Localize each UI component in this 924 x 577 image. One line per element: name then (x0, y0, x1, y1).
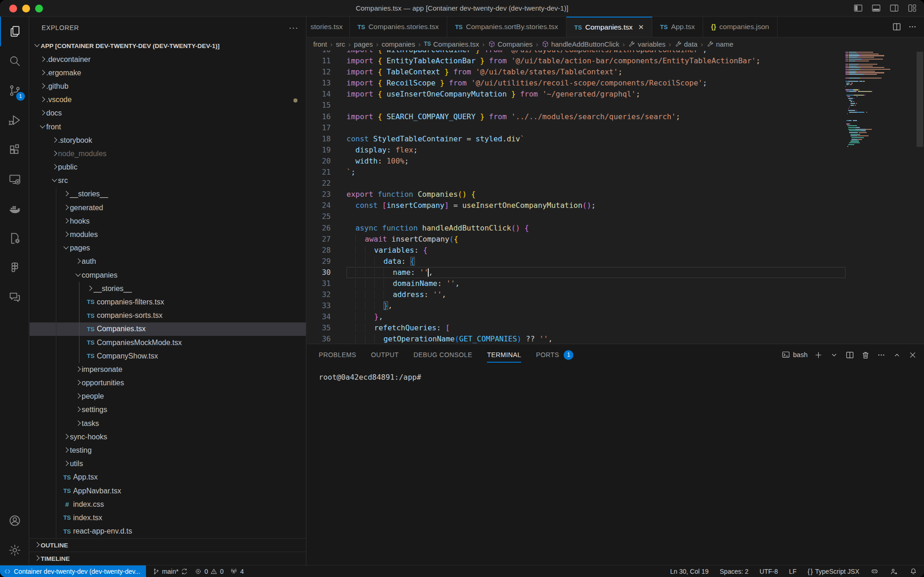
bell-status[interactable] (909, 567, 918, 576)
activity-item-comments[interactable] (0, 283, 29, 312)
breadcrumb-item-front[interactable]: front (313, 40, 327, 48)
breadcrumb-item-pages[interactable]: pages (354, 40, 373, 48)
panel-tab-debug-console[interactable]: DEBUG CONSOLE (413, 344, 472, 365)
activity-item-files[interactable] (0, 17, 29, 46)
sidebar-section-timeline[interactable]: TIMELINE (30, 552, 306, 565)
code-line-28[interactable]: 28 variables: { (307, 245, 924, 256)
code-line-22[interactable]: 22 (307, 178, 924, 189)
tree-folder-.storybook[interactable]: .storybook (30, 134, 306, 147)
breadcrumb-item-Companies.tsx[interactable]: TSCompanies.tsx (424, 40, 479, 48)
tree-folder-pages[interactable]: pages (30, 242, 306, 255)
shell-selector[interactable]: bash (781, 350, 808, 359)
tab-Companies.sortBy.stories.tsx[interactable]: TSCompanies.sortBy.stories.tsx (447, 17, 566, 37)
breadcrumb-item-data[interactable]: data (675, 40, 698, 48)
tree-file-CompaniesMockMode.tsx[interactable]: TSCompaniesMockMode.tsx (30, 336, 306, 349)
activity-item-docker[interactable] (0, 194, 29, 224)
code-line-31[interactable]: 31 domainName: '', (307, 278, 924, 289)
code-line-21[interactable]: 21`; (307, 167, 924, 178)
toggle-sidebar-button[interactable] (853, 3, 863, 13)
tree-folder-people[interactable]: people (30, 390, 306, 403)
tree-folder-generated[interactable]: generated (30, 201, 306, 214)
code-line-27[interactable]: 27 await insertCompany({ (307, 234, 924, 245)
workspace-section-header[interactable]: APP [CONTAINER DEV-TWENTY-DEV (DEV-TWENT… (30, 39, 306, 53)
terminal[interactable]: root@0a42ecd84891:/app# (307, 365, 924, 382)
tree-folder-__stories__[interactable]: __stories__ (30, 282, 306, 295)
code-line-30[interactable]: 30 name: '', (307, 267, 924, 278)
activity-item-settings-gear[interactable] (0, 535, 29, 565)
status-utf-8[interactable]: UTF-8 (760, 568, 778, 575)
tree-folder-hooks[interactable]: hooks (30, 214, 306, 228)
activity-item-remote-explorer[interactable] (0, 164, 29, 194)
tree-folder-public[interactable]: public (30, 161, 306, 174)
customize-layout-button[interactable] (907, 3, 918, 13)
close-button[interactable] (908, 350, 918, 360)
code-line-35[interactable]: 35 refetchQueries: [ (307, 322, 924, 334)
status-typescript-jsx[interactable]: { }TypeScript JSX (808, 568, 859, 575)
code-line-18[interactable]: 18const StyledTableContainer = styled.di… (307, 134, 924, 145)
tree-folder-opportunities[interactable]: opportunities (30, 377, 306, 390)
code-line-19[interactable]: 19 display: flex; (307, 145, 924, 156)
tree-folder-.devcontainer[interactable]: .devcontainer (30, 53, 306, 66)
remote-indicator[interactable]: Container dev-twenty-dev (dev-twenty-dev… (0, 565, 146, 577)
tree-folder-src[interactable]: src (30, 174, 306, 188)
tree-folder-tasks[interactable]: tasks (30, 417, 306, 430)
tree-file-Companies.tsx[interactable]: TSCompanies.tsx (30, 322, 306, 336)
more-button[interactable] (876, 350, 886, 360)
git-branch-status[interactable]: main* (152, 568, 188, 575)
tree-folder-__stories__[interactable]: __stories__ (30, 188, 306, 201)
code-line-26[interactable]: 26 async function handleAddButtonClick()… (307, 223, 924, 234)
code-line-29[interactable]: 29 data: { (307, 256, 924, 267)
panel-tab-terminal[interactable]: TERMINAL (487, 344, 521, 365)
tree-file-companies-filters.tsx[interactable]: TScompanies-filters.tsx (30, 295, 306, 309)
tab-Companies.tsx[interactable]: TSCompanies.tsx✕ (566, 17, 652, 37)
tree-folder-docs[interactable]: docs (30, 107, 306, 120)
code-line-15[interactable]: 15 (307, 100, 924, 111)
more-button[interactable] (907, 22, 918, 32)
code-line-34[interactable]: 34 }, (307, 311, 924, 322)
tree-folder-auth[interactable]: auth (30, 255, 306, 268)
tab-Companies.stories.tsx[interactable]: TSCompanies.stories.tsx (350, 17, 447, 37)
code-line-10[interactable]: 10import { WithTopBarContainer } from '@… (307, 50, 924, 55)
code-line-12[interactable]: 12import { TableContext } from '@/ui/tab… (307, 67, 924, 78)
tab-stories.tsx[interactable]: stories.tsx (307, 17, 350, 37)
split-panel-button[interactable] (845, 350, 855, 360)
code-line-14[interactable]: 14import { useInsertOneCompanyMutation }… (307, 89, 924, 100)
code-line-17[interactable]: 17 (307, 122, 924, 134)
tree-file-index.tsx[interactable]: TSindex.tsx (30, 511, 306, 524)
tree-file-CompanyShow.tsx[interactable]: TSCompanyShow.tsx (30, 349, 306, 363)
tree-folder-impersonate[interactable]: impersonate (30, 363, 306, 376)
feedback-status[interactable] (890, 567, 898, 576)
minimap[interactable] (845, 50, 894, 344)
tree-folder-companies[interactable]: companies (30, 268, 306, 282)
tree-file-index.css[interactable]: #index.css (30, 498, 306, 511)
code-line-16[interactable]: 16import { SEARCH_COMPANY_QUERY } from '… (307, 111, 924, 122)
activity-item-extensions[interactable] (0, 135, 29, 164)
status-lf[interactable]: LF (789, 568, 796, 575)
toggle-panel-button[interactable] (871, 3, 881, 13)
chevron-down-button[interactable] (829, 350, 839, 360)
tree-folder-sync-hooks[interactable]: sync-hooks (30, 430, 306, 443)
tree-folder-utils[interactable]: utils (30, 457, 306, 471)
activity-item-search[interactable] (0, 46, 29, 76)
tree-folder-.ergomake[interactable]: .ergomake (30, 66, 306, 79)
explorer-more-actions-icon[interactable]: ··· (289, 23, 298, 33)
forwarded-ports-status[interactable]: 4 (230, 567, 244, 575)
tree-file-App.tsx[interactable]: TSApp.tsx (30, 471, 306, 484)
tree-file-AppNavbar.tsx[interactable]: TSAppNavbar.tsx (30, 484, 306, 498)
code-line-32[interactable]: 32 address: '', (307, 289, 924, 300)
tab-App.tsx[interactable]: TSApp.tsx (652, 17, 703, 37)
code-line-33[interactable]: 33 }, (307, 300, 924, 311)
copilot-status[interactable] (870, 567, 879, 576)
chevron-up-button[interactable] (892, 350, 902, 360)
toggle-secondary-sidebar-button[interactable] (889, 3, 900, 13)
tree-folder-front[interactable]: front (30, 120, 306, 134)
code-line-11[interactable]: 11import { EntityTableActionBar } from '… (307, 55, 924, 67)
panel-tab-problems[interactable]: PROBLEMS (319, 344, 356, 365)
code-line-36[interactable]: 36 getOperationName(GET_COMPANIES) ?? ''… (307, 334, 924, 344)
code-line-13[interactable]: 13import { RecoilScope } from '@/ui/util… (307, 78, 924, 89)
activity-item-run-debug[interactable] (0, 105, 29, 135)
breadcrumb-item-variables[interactable]: variables (628, 40, 665, 48)
tree-folder-modules[interactable]: modules (30, 228, 306, 241)
plus-button[interactable] (814, 350, 823, 360)
breadcrumb-item-name[interactable]: name (706, 40, 734, 48)
